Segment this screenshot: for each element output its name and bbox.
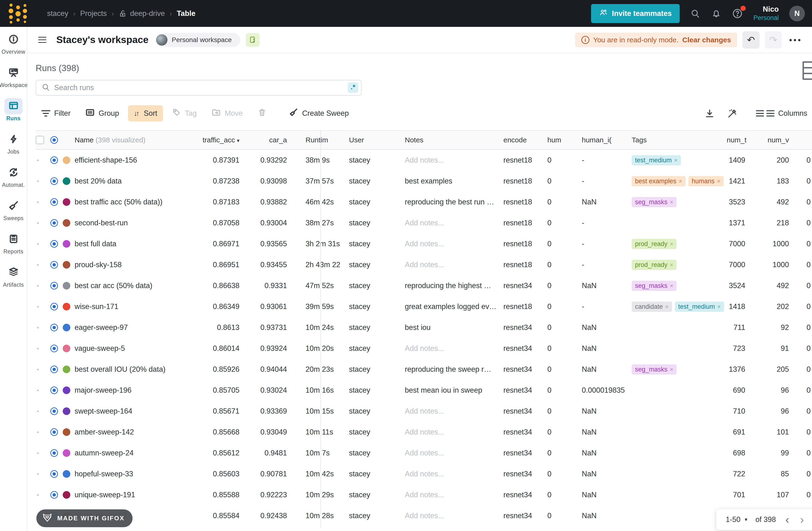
sort-button[interactable]: ↓↑ Sort xyxy=(128,105,163,121)
tag-pill[interactable]: humans× xyxy=(688,176,724,186)
column-header-traffic-acc[interactable]: traffic_acc▾ xyxy=(193,136,243,144)
tag-button[interactable]: Tag xyxy=(166,104,202,123)
notes-value[interactable]: Add notes... xyxy=(405,491,503,499)
column-header-runtime[interactable]: Runtim xyxy=(293,136,349,144)
regex-toggle[interactable]: .* xyxy=(348,83,358,93)
more-options-button[interactable]: ●●● xyxy=(787,37,804,43)
visibility-eye-icon[interactable] xyxy=(50,491,58,499)
visibility-eye-icon[interactable] xyxy=(50,282,58,289)
run-name[interactable]: eager-sweep-97 xyxy=(75,323,193,332)
sidebar-item-artifacts[interactable]: Artifacts xyxy=(0,266,27,288)
notes-value[interactable]: best mean iou in sweep xyxy=(405,386,503,394)
table-row[interactable]: azure-sweep-22 0.85584 0.92438 10m 28s s… xyxy=(35,505,812,526)
workspace-selector[interactable]: Personal workspace xyxy=(158,33,240,47)
help-icon[interactable] xyxy=(732,8,743,19)
sidebar-item-workspace[interactable]: Workspace xyxy=(0,66,27,88)
run-name[interactable]: proud-sky-158 xyxy=(75,260,193,269)
run-name[interactable]: efficient-shape-156 xyxy=(75,156,193,164)
visibility-eye-icon[interactable] xyxy=(50,198,58,206)
drag-handle[interactable] xyxy=(37,390,39,391)
tag-pill[interactable]: seg_masks× xyxy=(632,364,677,375)
move-button[interactable]: Move xyxy=(206,104,248,123)
avatar[interactable]: N xyxy=(789,6,805,21)
column-header-human-iou[interactable]: human_i( xyxy=(582,136,632,144)
visibility-eye-icon[interactable] xyxy=(50,365,58,373)
visibility-eye-icon[interactable] xyxy=(50,156,58,164)
drag-handle[interactable] xyxy=(37,306,39,307)
drag-handle[interactable] xyxy=(37,452,39,454)
table-row[interactable]: best traffic acc (50% data)) 0.87183 0.9… xyxy=(35,191,812,213)
columns-button[interactable]: Columns xyxy=(750,105,807,121)
run-name[interactable]: best 20% data xyxy=(75,177,193,185)
notes-value[interactable]: reproducing the best run … xyxy=(405,198,503,206)
run-name[interactable]: best traffic acc (50% data)) xyxy=(75,198,193,206)
filter-button[interactable]: Filter xyxy=(35,105,76,121)
run-name[interactable]: best full data xyxy=(75,240,193,248)
drag-handle[interactable] xyxy=(37,473,39,475)
drag-handle[interactable] xyxy=(37,369,39,370)
drag-handle[interactable] xyxy=(37,243,39,245)
column-header-num-t[interactable]: num_t xyxy=(727,136,760,144)
remove-tag-icon[interactable]: × xyxy=(670,261,673,268)
table-row[interactable]: swept-sweep-164 0.85671 0.93369 10m 15s … xyxy=(35,401,812,422)
remove-tag-icon[interactable]: × xyxy=(670,241,673,247)
tag-pill[interactable]: best examples× xyxy=(632,176,686,186)
notes-value[interactable]: reproducing the highest … xyxy=(405,282,503,290)
clear-changes-link[interactable]: Clear changes xyxy=(682,36,731,44)
column-header-car-a[interactable]: car_a xyxy=(243,136,293,144)
run-name[interactable]: best overall IOU (20% data) xyxy=(75,365,193,374)
drag-handle[interactable] xyxy=(37,411,39,412)
run-name[interactable]: best car acc (50% data) xyxy=(75,282,193,290)
tag-pill[interactable]: seg_masks× xyxy=(632,197,677,207)
table-row[interactable]: best overall IOU (20% data) 0.85926 0.94… xyxy=(35,359,812,380)
visibility-eye-icon[interactable] xyxy=(50,136,58,144)
tag-pill[interactable]: seg_masks× xyxy=(632,281,677,291)
notes-value[interactable]: reproducing the sweep r… xyxy=(405,365,503,374)
sidebar-item-reports[interactable]: Reports xyxy=(0,233,27,255)
notes-value[interactable]: Add notes... xyxy=(405,344,503,353)
notes-value[interactable]: Add notes... xyxy=(405,156,503,164)
table-row[interactable]: proud-sky-158 0.86951 0.93455 2h 43m 22 … xyxy=(35,254,812,275)
visibility-eye-icon[interactable] xyxy=(50,345,58,352)
table-row[interactable]: best car acc (50% data) 0.86638 0.9331 4… xyxy=(35,275,812,296)
table-row[interactable]: efficient-shape-156 0.87391 0.93292 38m … xyxy=(35,150,812,171)
column-header-hum[interactable]: hum xyxy=(547,136,582,144)
run-name[interactable]: unique-sweep-191 xyxy=(75,491,193,499)
remove-tag-icon[interactable]: × xyxy=(674,157,678,163)
run-name[interactable]: major-sweep-196 xyxy=(75,386,193,394)
visibility-eye-icon[interactable] xyxy=(50,470,58,478)
visibility-eye-icon[interactable] xyxy=(50,177,58,185)
run-name[interactable]: vague-sweep-5 xyxy=(75,344,193,353)
notes-value[interactable]: Add notes... xyxy=(405,407,503,415)
select-all-checkbox[interactable] xyxy=(35,136,44,144)
visibility-eye-icon[interactable] xyxy=(50,387,58,394)
column-header-user[interactable]: User xyxy=(349,136,405,144)
run-name[interactable]: second-best-run xyxy=(75,219,193,227)
tag-pill[interactable]: candidate× xyxy=(632,302,672,312)
notes-value[interactable]: Add notes... xyxy=(405,260,503,269)
notes-value[interactable]: Add notes... xyxy=(405,240,503,248)
drag-handle[interactable] xyxy=(37,159,39,161)
table-row[interactable]: best full data 0.86971 0.93565 3h 2m 31s… xyxy=(35,233,812,254)
breadcrumb-entity[interactable]: stacey xyxy=(47,9,69,18)
sidebar-item-automat[interactable]: Automat. xyxy=(0,166,27,188)
table-row[interactable]: vague-sweep-5 0.86014 0.93924 10m 20s st… xyxy=(35,338,812,359)
table-row[interactable]: best 20% data 0.87238 0.93098 37m 57s st… xyxy=(35,171,812,191)
remove-tag-icon[interactable]: × xyxy=(670,366,673,373)
previous-page-button[interactable]: ‹ xyxy=(784,514,791,525)
user-menu[interactable]: Nico Personal xyxy=(753,5,779,22)
notes-value[interactable]: great examples logged ev… xyxy=(405,302,503,311)
visibility-eye-icon[interactable] xyxy=(50,407,58,415)
sidebar-item-runs[interactable]: Runs xyxy=(0,100,27,122)
remove-tag-icon[interactable]: × xyxy=(679,178,682,184)
visibility-eye-icon[interactable] xyxy=(50,324,58,331)
notes-value[interactable]: Add notes... xyxy=(405,219,503,227)
visibility-eye-icon[interactable] xyxy=(50,261,58,269)
notes-value[interactable]: Add notes... xyxy=(405,512,503,520)
drag-handle[interactable] xyxy=(37,181,39,182)
magic-wand-icon[interactable] xyxy=(727,108,738,119)
column-header-encoder[interactable]: encode xyxy=(503,136,547,144)
drag-handle[interactable] xyxy=(37,494,39,496)
page-size-selector[interactable]: 1-50▾ xyxy=(726,515,748,524)
drag-handle[interactable] xyxy=(37,327,39,329)
